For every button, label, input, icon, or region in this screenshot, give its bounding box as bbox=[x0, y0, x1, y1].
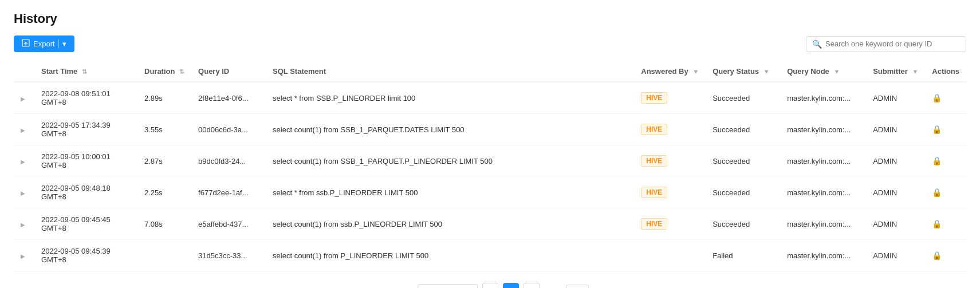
row-status: Succeeded bbox=[706, 145, 780, 177]
row-status: Failed bbox=[706, 240, 780, 271]
row-duration: 2.87s bbox=[137, 145, 191, 177]
row-submitter: ADMIN bbox=[866, 177, 925, 208]
export-icon bbox=[22, 39, 30, 49]
per-page-select[interactable]: 20/page 50/page 100/page bbox=[418, 284, 478, 289]
row-submitter: ADMIN bbox=[866, 208, 925, 240]
table-row: ▶ 2022-09-05 10:00:01 GMT+8 2.87s b9dc0f… bbox=[14, 145, 966, 177]
row-sql: select count(1) from SSB_1_PARQUET.P_LIN… bbox=[266, 145, 634, 177]
row-starttime: 2022-09-08 09:51:01 GMT+8 bbox=[34, 82, 137, 114]
expand-icon[interactable]: ▶ bbox=[21, 222, 25, 228]
col-queryid: Query ID bbox=[191, 61, 266, 82]
row-node: master.kylin.com:... bbox=[780, 82, 866, 114]
row-sql: select * from ssb.P_LINEORDER LIMIT 500 bbox=[266, 177, 634, 208]
action-lock-icon[interactable]: 🔒 bbox=[932, 125, 942, 134]
row-expand[interactable]: ▶ bbox=[14, 208, 34, 240]
action-lock-icon[interactable]: 🔒 bbox=[932, 251, 942, 260]
row-node: master.kylin.com:... bbox=[780, 145, 866, 177]
row-expand[interactable]: ▶ bbox=[14, 82, 34, 114]
expand-icon[interactable]: ▶ bbox=[21, 96, 25, 102]
pagination: Total 6 20/page 50/page 100/page ‹ 1 › G… bbox=[14, 283, 966, 288]
action-lock-icon[interactable]: 🔒 bbox=[932, 188, 942, 197]
expand-icon[interactable]: ▶ bbox=[21, 190, 25, 196]
page-title: History bbox=[14, 11, 966, 26]
expand-icon[interactable]: ▶ bbox=[21, 127, 25, 133]
table-row: ▶ 2022-09-05 09:48:18 GMT+8 2.25s f677d2… bbox=[14, 177, 966, 208]
row-sql: select * from SSB.P_LINEORDER limit 100 bbox=[266, 82, 634, 114]
action-lock-icon[interactable]: 🔒 bbox=[932, 156, 942, 165]
row-queryid: 31d5c3cc-33... bbox=[191, 240, 266, 271]
col-expand bbox=[14, 61, 34, 82]
starttime-sort-icon[interactable]: ⇅ bbox=[82, 68, 87, 75]
row-node: master.kylin.com:... bbox=[780, 240, 866, 271]
export-chevron-icon[interactable]: ▾ bbox=[58, 40, 66, 48]
row-answeredby: HIVE bbox=[634, 177, 706, 208]
goto-input[interactable] bbox=[566, 285, 589, 289]
prev-page-button[interactable]: ‹ bbox=[482, 283, 498, 288]
row-actions: 🔒 bbox=[925, 177, 966, 208]
row-answeredby: HIVE bbox=[634, 82, 706, 114]
export-label: Export bbox=[33, 40, 55, 48]
row-starttime: 2022-09-05 10:00:01 GMT+8 bbox=[34, 145, 137, 177]
row-sql: select count(1) from P_LINEORDER LIMIT 5… bbox=[266, 240, 634, 271]
expand-icon[interactable]: ▶ bbox=[21, 253, 25, 259]
col-duration: Duration ⇅ bbox=[137, 61, 191, 82]
search-box: 🔍 bbox=[806, 36, 966, 52]
row-actions: 🔒 bbox=[925, 145, 966, 177]
row-duration: 3.55s bbox=[137, 114, 191, 145]
expand-icon[interactable]: ▶ bbox=[21, 159, 25, 165]
answeredby-filter-icon[interactable]: ▼ bbox=[692, 68, 699, 75]
duration-sort-icon[interactable]: ⇅ bbox=[179, 68, 184, 75]
row-queryid: 2f8e11e4-0f6... bbox=[191, 82, 266, 114]
row-expand[interactable]: ▶ bbox=[14, 114, 34, 145]
row-starttime: 2022-09-05 09:45:39 GMT+8 bbox=[34, 240, 137, 271]
table-row: ▶ 2022-09-05 17:34:39 GMT+8 3.55s 00d06c… bbox=[14, 114, 966, 145]
row-status: Succeeded bbox=[706, 82, 780, 114]
hive-badge: HIVE bbox=[641, 218, 667, 230]
submitter-filter-icon[interactable]: ▼ bbox=[912, 68, 918, 75]
export-button[interactable]: Export ▾ bbox=[14, 35, 74, 52]
row-status: Succeeded bbox=[706, 208, 780, 240]
row-starttime: 2022-09-05 17:34:39 GMT+8 bbox=[34, 114, 137, 145]
action-lock-icon[interactable]: 🔒 bbox=[932, 219, 942, 228]
row-expand[interactable]: ▶ bbox=[14, 177, 34, 208]
row-status: Succeeded bbox=[706, 177, 780, 208]
search-input[interactable] bbox=[825, 40, 960, 48]
col-starttime: Start Time ⇅ bbox=[34, 61, 137, 82]
row-duration bbox=[137, 240, 191, 271]
row-duration: 2.89s bbox=[137, 82, 191, 114]
row-starttime: 2022-09-05 09:45:45 GMT+8 bbox=[34, 208, 137, 240]
row-node: master.kylin.com:... bbox=[780, 177, 866, 208]
col-status: Query Status ▼ bbox=[706, 61, 780, 82]
table-row: ▶ 2022-09-08 09:51:01 GMT+8 2.89s 2f8e11… bbox=[14, 82, 966, 114]
node-filter-icon[interactable]: ▼ bbox=[833, 68, 840, 75]
table-row: ▶ 2022-09-05 09:45:39 GMT+8 31d5c3cc-33.… bbox=[14, 240, 966, 271]
col-submitter: Submitter ▼ bbox=[866, 61, 925, 82]
row-sql: select count(1) from SSB_1_PARQUET.DATES… bbox=[266, 114, 634, 145]
row-expand[interactable]: ▶ bbox=[14, 240, 34, 271]
history-table: Start Time ⇅ Duration ⇅ Query ID SQL Sta… bbox=[14, 61, 966, 271]
row-starttime: 2022-09-05 09:48:18 GMT+8 bbox=[34, 177, 137, 208]
col-actions: Actions bbox=[925, 61, 966, 82]
table-header-row: Start Time ⇅ Duration ⇅ Query ID SQL Sta… bbox=[14, 61, 966, 82]
col-answeredby: Answered By ▼ bbox=[634, 61, 706, 82]
row-submitter: ADMIN bbox=[866, 240, 925, 271]
row-expand[interactable]: ▶ bbox=[14, 145, 34, 177]
row-queryid: e5affebd-437... bbox=[191, 208, 266, 240]
row-actions: 🔒 bbox=[925, 114, 966, 145]
toolbar: Export ▾ 🔍 bbox=[14, 35, 966, 52]
row-actions: 🔒 bbox=[925, 240, 966, 271]
row-answeredby: HIVE bbox=[634, 114, 706, 145]
goto-section: Go to bbox=[544, 285, 589, 289]
table-row: ▶ 2022-09-05 09:45:45 GMT+8 7.08s e5affe… bbox=[14, 208, 966, 240]
row-actions: 🔒 bbox=[925, 82, 966, 114]
row-answeredby: HIVE bbox=[634, 145, 706, 177]
status-filter-icon[interactable]: ▼ bbox=[763, 68, 770, 75]
search-icon: 🔍 bbox=[812, 40, 822, 49]
row-answeredby bbox=[634, 240, 706, 271]
row-actions: 🔒 bbox=[925, 208, 966, 240]
next-page-button[interactable]: › bbox=[524, 283, 540, 288]
action-lock-icon[interactable]: 🔒 bbox=[932, 93, 942, 102]
hive-badge: HIVE bbox=[641, 155, 667, 167]
col-sql: SQL Statement bbox=[266, 61, 634, 82]
current-page-button[interactable]: 1 bbox=[503, 283, 519, 288]
